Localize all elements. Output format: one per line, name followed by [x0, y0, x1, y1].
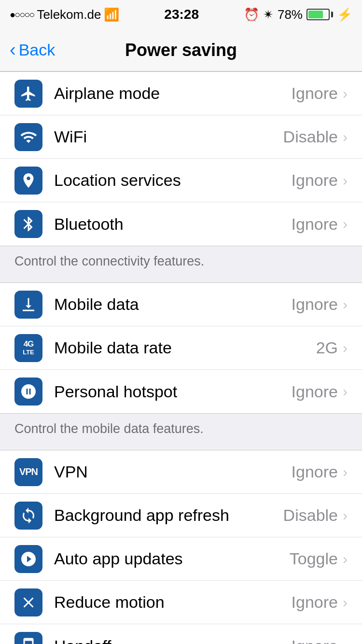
location-services-chevron: › — [343, 172, 348, 189]
personal-hotspot-label: Personal hotspot — [54, 382, 292, 401]
handoff-value: Ignore — [292, 637, 338, 644]
auto-app-updates-chevron: › — [343, 551, 348, 567]
handoff-chevron: › — [343, 638, 348, 644]
bg-app-refresh-chevron: › — [343, 507, 348, 524]
personal-hotspot-value: Ignore — [292, 382, 338, 401]
airplane-mode-value: Ignore — [292, 84, 338, 103]
other-table: VPN VPN Ignore › Background app refresh … — [0, 450, 362, 644]
handoff-row[interactable]: Handoff Ignore › — [0, 624, 362, 644]
connectivity-table: Airplane mode Ignore › WiFi Disable › Lo… — [0, 71, 362, 246]
bg-app-refresh-row[interactable]: Background app refresh Disable › — [0, 494, 362, 537]
mobile-data-label: Mobile data — [54, 295, 292, 314]
wifi-row-icon — [14, 123, 42, 151]
reducemotion-icon — [14, 588, 42, 616]
hotspot-icon — [14, 378, 42, 406]
vpn-row[interactable]: VPN VPN Ignore › — [0, 450, 362, 494]
vpn-value: Ignore — [292, 462, 338, 481]
wifi-value: Disable — [283, 127, 338, 146]
vpn-label: VPN — [54, 462, 292, 481]
auto-app-updates-label: Auto app updates — [54, 549, 290, 568]
personal-hotspot-chevron: › — [343, 383, 348, 400]
airplane-mode-row[interactable]: Airplane mode Ignore › — [0, 72, 362, 115]
mobile-data-chevron: › — [343, 296, 348, 313]
auto-app-updates-value: Toggle — [290, 549, 338, 568]
mobile-data-rate-label: Mobile data rate — [54, 338, 316, 357]
airplane-mode-chevron: › — [343, 85, 348, 102]
mobile-data-rate-chevron: › — [343, 340, 348, 356]
bluetooth-chevron: › — [343, 216, 348, 232]
back-button[interactable]: ‹ Back — [10, 41, 55, 59]
alarm-icon: ⏰ — [244, 7, 259, 22]
location-services-row[interactable]: Location services Ignore › — [0, 159, 362, 202]
vpn-chevron: › — [343, 464, 348, 480]
signal-dots: ●○○○○ — [10, 9, 34, 20]
reduce-motion-value: Ignore — [292, 593, 338, 612]
reduce-motion-chevron: › — [343, 594, 348, 611]
auto-app-updates-row[interactable]: Auto app updates Toggle › — [0, 537, 362, 581]
battery-tip — [331, 12, 333, 17]
mobile-data-icon — [14, 291, 42, 319]
mobiledata-footer: Control the mobile data features. — [0, 414, 362, 450]
reduce-motion-label: Reduce motion — [54, 593, 292, 612]
connectivity-section: Airplane mode Ignore › WiFi Disable › Lo… — [0, 71, 362, 282]
airplane-mode-label: Airplane mode — [54, 84, 292, 103]
handoff-icon — [14, 632, 42, 644]
charging-icon: ⚡ — [337, 7, 352, 22]
handoff-label: Handoff — [54, 637, 292, 644]
mobiledata-table: Mobile data Ignore › 4G LTE Mobile data … — [0, 282, 362, 414]
mobiledata-section: Mobile data Ignore › 4G LTE Mobile data … — [0, 282, 362, 450]
vpn-icon: VPN — [14, 458, 42, 486]
bluetooth-row[interactable]: Bluetooth Ignore › — [0, 202, 362, 246]
wifi-label: WiFi — [54, 127, 283, 146]
battery-icon — [306, 9, 333, 20]
mobile-data-rate-row[interactable]: 4G LTE Mobile data rate 2G › — [0, 326, 362, 370]
bg-app-refresh-value: Disable — [283, 506, 338, 525]
wifi-icon: 📶 — [104, 7, 119, 22]
bluetooth-row-icon — [14, 210, 42, 238]
connectivity-footer: Control the connectivity features. — [0, 246, 362, 282]
location-icon — [14, 167, 42, 195]
page-title: Power saving — [125, 40, 237, 60]
4glte-icon: 4G LTE — [14, 334, 42, 362]
mobile-data-value: Ignore — [292, 295, 338, 314]
status-left: ●○○○○ Telekom.de 📶 — [10, 7, 119, 22]
carrier-label: Telekom.de — [37, 7, 101, 22]
back-chevron-icon: ‹ — [10, 41, 16, 59]
wifi-chevron: › — [343, 129, 348, 145]
autoupdate-icon — [14, 545, 42, 573]
location-services-label: Location services — [54, 171, 292, 190]
reduce-motion-row[interactable]: Reduce motion Ignore › — [0, 581, 362, 624]
other-section: VPN VPN Ignore › Background app refresh … — [0, 450, 362, 644]
bluetooth-value: Ignore — [292, 215, 338, 234]
bgrefresh-icon — [14, 502, 42, 530]
location-services-value: Ignore — [292, 171, 338, 190]
mobile-data-row[interactable]: Mobile data Ignore › — [0, 283, 362, 326]
status-right: ⏰ ✴ 78% ⚡ — [244, 7, 352, 22]
wifi-row[interactable]: WiFi Disable › — [0, 115, 362, 159]
personal-hotspot-row[interactable]: Personal hotspot Ignore › — [0, 370, 362, 413]
nav-bar: ‹ Back Power saving — [0, 29, 362, 71]
back-label: Back — [19, 41, 56, 59]
bluetooth-status-icon: ✴ — [263, 7, 274, 22]
bluetooth-label: Bluetooth — [54, 215, 292, 234]
status-time: 23:28 — [164, 7, 199, 22]
battery-fill — [308, 11, 323, 18]
battery-body — [306, 9, 330, 20]
battery-percent: 78% — [278, 7, 303, 22]
bg-app-refresh-label: Background app refresh — [54, 506, 283, 525]
mobile-data-rate-value: 2G — [316, 338, 338, 357]
airplane-icon — [14, 80, 42, 108]
status-bar: ●○○○○ Telekom.de 📶 23:28 ⏰ ✴ 78% ⚡ — [0, 0, 362, 29]
